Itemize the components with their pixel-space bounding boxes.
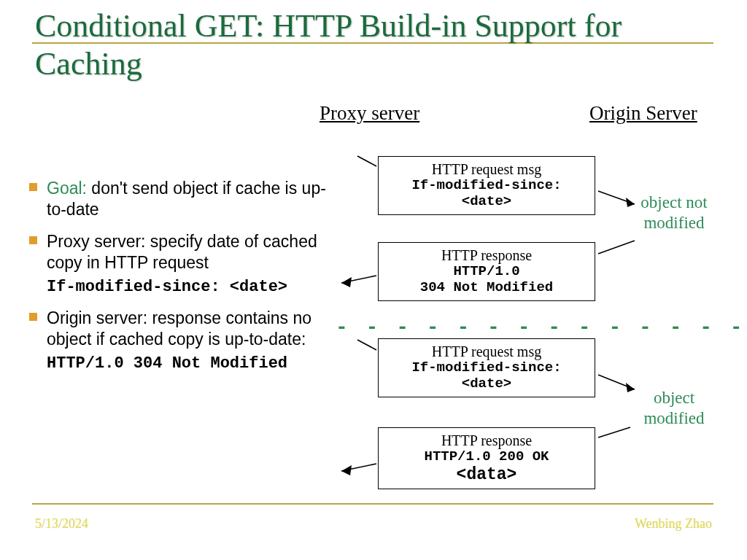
bullet-origin: Origin server: response contains no obje…	[26, 308, 333, 374]
footer-author: Wenbing Zhao	[635, 516, 712, 532]
annot-modified: object modified	[638, 388, 711, 428]
bullet-list: Goal: don't send object if cache is up-t…	[26, 178, 333, 384]
svg-marker-2	[626, 198, 635, 207]
goal-label: Goal:	[47, 179, 87, 198]
slide: Conditional GET: HTTP Build-in Support f…	[0, 0, 747, 560]
footer-date: 5/13/2024	[35, 516, 88, 532]
svg-line-7	[598, 375, 635, 389]
bullet-origin-text: Origin server: response contains no obje…	[47, 308, 311, 349]
svg-line-0	[357, 156, 376, 166]
box-line1: HTTP/1.0 200 OK	[384, 449, 589, 465]
box-request-2: HTTP request msg If-modified-since: <dat…	[378, 338, 595, 397]
box-line2: <date>	[384, 194, 589, 210]
annot-not-modified: object not modified	[638, 192, 711, 233]
svg-marker-8	[626, 383, 635, 392]
code-if-modified: If-modified-since: <date>	[47, 277, 333, 298]
box-line1: HTTP/1.0	[384, 264, 589, 280]
goal-text: don't send object if cache is up-to-date	[47, 179, 326, 219]
rule-bottom	[32, 503, 713, 505]
box-response-200: HTTP response HTTP/1.0 200 OK <data>	[378, 427, 595, 489]
svg-line-6	[357, 340, 376, 350]
bullet-proxy: Proxy server: specify date of cached cop…	[26, 231, 333, 298]
svg-line-1	[598, 191, 635, 204]
origin-label: Origin Server	[589, 102, 697, 125]
box-response-304: HTTP response HTTP/1.0 304 Not Modified	[378, 242, 595, 301]
code-304: HTTP/1.0 304 Not Modified	[47, 354, 333, 374]
box-line2: <date>	[384, 376, 589, 392]
proxy-label: Proxy server	[320, 102, 419, 125]
svg-line-3	[598, 241, 635, 254]
box-request-1: HTTP request msg If-modified-since: <dat…	[378, 156, 595, 215]
svg-marker-11	[341, 465, 352, 475]
divider-dashes: - - - - - - - - - - - - - - - - - - - -	[336, 316, 747, 339]
bullet-goal: Goal: don't send object if cache is up-t…	[26, 178, 333, 221]
box-line1: If-modified-since:	[384, 178, 589, 194]
box-title: HTTP request msg	[384, 161, 589, 178]
box-line2: <data>	[384, 465, 589, 484]
bullet-proxy-text: Proxy server: specify date of cached cop…	[47, 232, 317, 272]
svg-line-10	[341, 464, 376, 471]
box-line1: If-modified-since:	[384, 360, 589, 376]
svg-line-4	[341, 276, 376, 283]
box-title: HTTP request msg	[384, 343, 589, 360]
box-line2: 304 Not Modified	[384, 280, 589, 296]
svg-marker-5	[341, 277, 352, 287]
svg-line-9	[598, 427, 630, 438]
box-title: HTTP response	[384, 432, 589, 449]
box-title: HTTP response	[384, 247, 589, 264]
slide-title: Conditional GET: HTTP Build-in Support f…	[35, 7, 692, 83]
